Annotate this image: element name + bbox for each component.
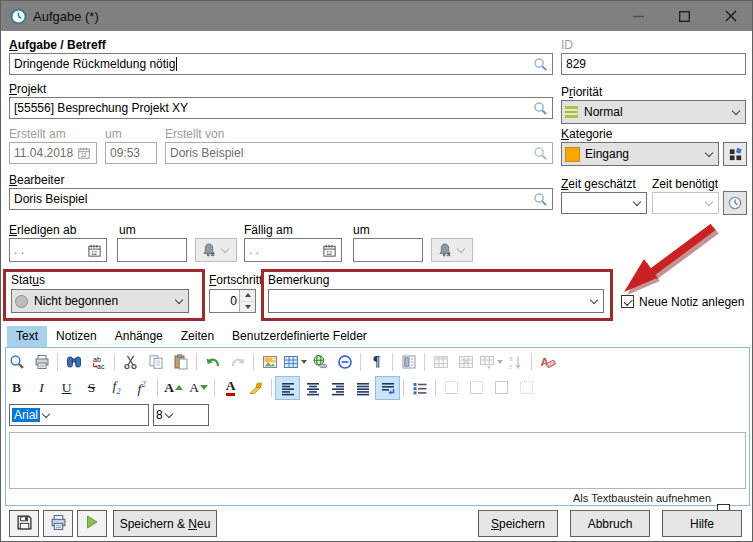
toolbar-subscript-button[interactable]: f2 — [104, 376, 129, 400]
progress-label: Fortschritt — [209, 273, 262, 287]
calendar-icon[interactable]: 12 — [322, 243, 337, 258]
category-palette-button[interactable] — [723, 142, 747, 166]
editor-text-area[interactable] — [9, 432, 746, 489]
start-time-field[interactable] — [117, 238, 187, 262]
time-estimated-dropdown[interactable] — [561, 192, 647, 214]
svg-text:×: × — [447, 251, 451, 258]
fontcolor-icon: A — [226, 379, 236, 396]
tab-zeiten[interactable]: Zeiten — [172, 326, 223, 347]
toolbar-fontshrink-button[interactable]: A — [186, 376, 211, 400]
save-button[interactable]: Speichern — [478, 510, 558, 537]
toolbar-alignleft-button[interactable] — [275, 376, 300, 400]
toolbar-superscript-button[interactable]: f2 — [129, 376, 154, 400]
toolbar-italic-button[interactable]: I — [29, 376, 54, 400]
aligncenter-icon — [305, 380, 321, 396]
titlebar[interactable]: Aufgabe (*) — [1, 1, 752, 31]
toolbar-find-button[interactable] — [61, 350, 86, 374]
toolbar-separator — [435, 379, 436, 397]
save-icon-button[interactable] — [9, 510, 39, 537]
tab-anhaenge[interactable]: Anhänge — [106, 326, 172, 347]
toolbar-highlight-button[interactable] — [243, 376, 268, 400]
new-note-checkbox[interactable] — [621, 295, 634, 308]
close-button[interactable] — [707, 1, 753, 31]
remark-dropdown[interactable] — [268, 289, 604, 313]
toolbar-alignright-button[interactable] — [325, 376, 350, 400]
toolbar-bold-button[interactable]: B — [4, 376, 29, 400]
toolbar-fontcolor-button[interactable]: A — [218, 376, 243, 400]
tab-notizen[interactable]: Notizen — [47, 326, 106, 347]
due-time-field[interactable] — [353, 238, 423, 262]
id-field[interactable]: 829 — [561, 53, 746, 75]
priority-dropdown[interactable]: Normal — [561, 100, 746, 124]
svg-text:a: a — [509, 355, 513, 362]
bell-icon: × — [437, 242, 453, 258]
clearformat-icon: A — [540, 354, 556, 370]
toolbar-clearformat-button[interactable]: A — [535, 350, 560, 374]
toolbar-textframe-button[interactable] — [396, 350, 421, 374]
category-dropdown[interactable]: Eingang — [561, 142, 719, 166]
toolbar-separator — [271, 379, 272, 397]
calendar-icon[interactable]: 12 — [87, 243, 102, 258]
toolbar-undo-button[interactable] — [200, 350, 225, 374]
fontgrow-icon: A — [164, 381, 183, 395]
tab-bar: Text Notizen Anhänge Zeiten Benutzerdefi… — [7, 327, 376, 347]
toolbar-separator — [114, 353, 115, 371]
minimize-button[interactable] — [615, 1, 661, 31]
border-dotted-icon — [520, 381, 533, 394]
toolbar-bullets-button[interactable] — [407, 376, 432, 400]
hrule-icon — [337, 354, 353, 370]
toolbar-aligncenter-button[interactable] — [300, 376, 325, 400]
toolbar-paste-button[interactable] — [168, 350, 193, 374]
toolbar-fontgrow-button[interactable]: A — [161, 376, 186, 400]
toolbar-justify-button[interactable] — [350, 376, 375, 400]
chevron-down-icon — [164, 410, 174, 420]
tab-benutzerdefinierte-felder[interactable]: Benutzerdefinierte Felder — [223, 326, 376, 347]
toolbar-replace-button[interactable]: abac — [86, 350, 111, 374]
time-tracking-button[interactable] — [723, 191, 747, 215]
toolbar-hyperlink-button[interactable] — [307, 350, 332, 374]
start-reminder-button: × — [195, 238, 237, 262]
status-dropdown[interactable]: Nicht begonnen — [11, 289, 189, 313]
toolbar-underline-button[interactable]: U — [54, 376, 79, 400]
save-and-new-button[interactable]: Speichern & Neu — [113, 510, 217, 537]
printer-icon — [50, 514, 67, 534]
toolbar-table-button[interactable] — [282, 350, 307, 374]
search-icon[interactable] — [533, 101, 548, 116]
search-icon[interactable] — [533, 192, 548, 207]
toolbar-hrule-button[interactable] — [332, 350, 357, 374]
toolbar-cut-button[interactable] — [118, 350, 143, 374]
project-label: Projekt — [9, 82, 46, 96]
svg-text:ab: ab — [93, 355, 101, 362]
due-date-field[interactable]: . . 12 — [244, 238, 342, 262]
toolbar-redo-button — [225, 350, 250, 374]
cancel-button[interactable]: Abbruch — [570, 510, 650, 537]
start-date-field[interactable]: . . 12 — [9, 238, 107, 262]
toolbar-strike-button[interactable]: S — [79, 376, 104, 400]
toolbar-copy-button[interactable] — [143, 350, 168, 374]
run-button[interactable] — [77, 510, 107, 537]
toolbar-image-button[interactable] — [257, 350, 282, 374]
toolbar-preview-button[interactable] — [4, 350, 29, 374]
spin-up-button[interactable] — [240, 290, 255, 302]
toolbar-parawrap-button[interactable] — [375, 376, 400, 400]
chevron-down-icon — [301, 360, 307, 364]
subject-field[interactable]: Dringende Rückmeldung nötig — [9, 53, 553, 75]
tab-text[interactable]: Text — [7, 326, 47, 347]
help-button[interactable]: Hilfe — [662, 510, 742, 537]
print-button[interactable] — [43, 510, 73, 537]
toolbar-pilcrow-button[interactable]: ¶ — [364, 350, 389, 374]
font-name-combo[interactable]: Arial — [9, 404, 149, 426]
created-by-field: Doris Beispiel — [165, 142, 553, 164]
search-icon[interactable] — [533, 57, 548, 72]
font-size-combo[interactable]: 8 — [153, 404, 209, 426]
maximize-button[interactable] — [661, 1, 707, 31]
task-dialog: Aufgabe (*) Aufgabe / Betreff Dringende … — [0, 0, 753, 542]
toolbar-border-dotted-button — [514, 376, 539, 400]
toolbar-print-button[interactable] — [29, 350, 54, 374]
clock-app-icon — [10, 8, 27, 25]
spin-down-button[interactable] — [240, 302, 255, 313]
progress-spinner[interactable]: 0 — [209, 289, 256, 313]
toolbar-separator — [531, 353, 532, 371]
project-field[interactable]: [55556] Besprechung Projekt XY — [9, 97, 553, 119]
assignee-field[interactable]: Doris Beispiel — [9, 188, 553, 210]
